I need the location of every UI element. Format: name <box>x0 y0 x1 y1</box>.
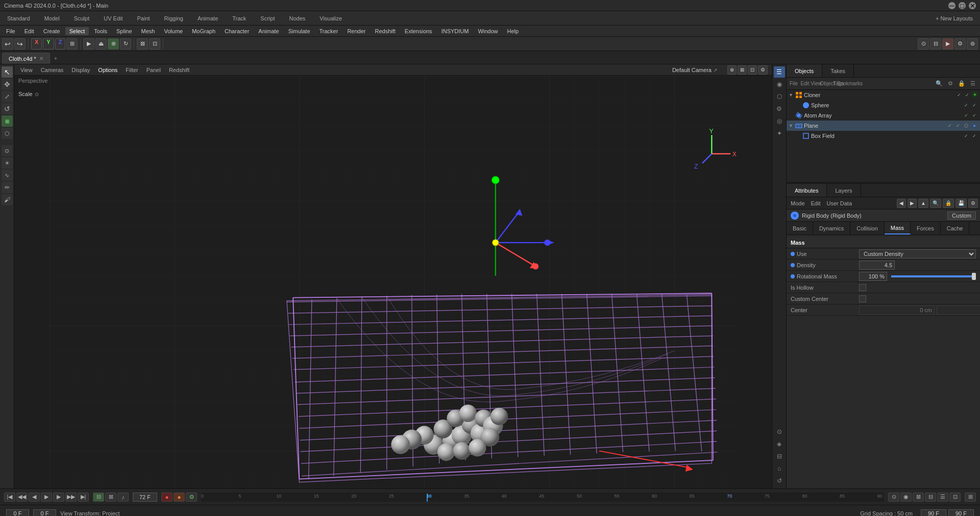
center-y-input[interactable] <box>937 306 980 315</box>
vp-icon2[interactable]: ⊠ <box>738 65 747 75</box>
sphere-eye-icon[interactable]: ✓ <box>963 102 970 109</box>
obj-tool-file[interactable]: File <box>789 79 799 88</box>
preset-animate[interactable]: Animate <box>194 14 221 22</box>
last-frame-btn[interactable]: ▶| <box>78 492 89 502</box>
vp-btn-view[interactable]: View <box>18 67 35 73</box>
vp-btn-filter[interactable]: Filter <box>124 67 140 73</box>
grid-btn[interactable]: ⊡ <box>149 38 160 50</box>
preset-model[interactable]: Model <box>41 14 63 22</box>
plane-tag-icon[interactable]: ⬡ <box>963 122 970 129</box>
tool-scale[interactable]: ⤢ <box>2 91 13 102</box>
cloner-expand[interactable]: ▼ <box>789 92 794 98</box>
preset-standard[interactable]: Standard <box>4 14 33 22</box>
custom-center-checkbox[interactable] <box>859 295 866 302</box>
preset-sculpt[interactable]: Sculpt <box>71 14 93 22</box>
tab-close-icon[interactable]: ✕ <box>39 56 43 61</box>
plane-rb-icon[interactable]: ● <box>971 122 978 129</box>
center-x-input[interactable] <box>859 306 935 315</box>
icon-objects[interactable]: ☰ <box>774 66 785 78</box>
subtab-collision[interactable]: Collision <box>850 222 885 234</box>
vp-btn-panel[interactable]: Panel <box>144 67 163 73</box>
preset-paint[interactable]: Paint <box>134 14 153 22</box>
subtab-cache[interactable]: Cache <box>941 222 970 234</box>
subtab-dynamics[interactable]: Dynamics <box>813 222 850 234</box>
cloner-check-icon[interactable]: ✓ <box>964 91 971 99</box>
tool-move[interactable]: ✥ <box>2 79 13 90</box>
tool-camera[interactable]: ⊙ <box>2 145 13 156</box>
vp-icon3[interactable]: ⚙ <box>758 65 768 75</box>
preset-rigging[interactable]: Rigging <box>161 14 186 22</box>
tl-icon6[interactable]: ⊡ <box>949 492 961 502</box>
total-frames-input[interactable] <box>948 509 974 517</box>
menu-mesh[interactable]: Mesh <box>137 27 159 35</box>
obj-tool-bookmarks[interactable]: Bookmarks <box>845 79 855 88</box>
obj-layer-icon[interactable]: ☰ <box>968 79 978 88</box>
prev-key-btn[interactable]: ◀◀ <box>16 492 28 502</box>
render-view-btn[interactable]: ⊙ <box>918 38 929 50</box>
timeline-mode1[interactable]: ⊟ <box>93 492 104 502</box>
record-green-btn[interactable]: ⊙ <box>186 492 197 502</box>
menu-volume[interactable]: Volume <box>160 27 187 35</box>
timeline-track[interactable]: 0 5 10 15 20 25 30 35 40 45 50 55 60 65 … <box>201 492 884 502</box>
obj-tool-edit[interactable]: Edit <box>800 79 810 88</box>
vp-btn-redshift[interactable]: Redshift <box>167 67 191 73</box>
minimize-button[interactable]: ─ <box>948 2 955 9</box>
is-hollow-checkbox[interactable] <box>859 284 866 291</box>
obj-item-cloner[interactable]: ▼ Cloner ✓ ✓ ● <box>787 90 980 100</box>
tool-transform[interactable]: ⊞ <box>2 115 13 127</box>
vp-btn-cameras[interactable]: Cameras <box>39 67 66 73</box>
play-btn[interactable]: ▶ <box>41 492 52 502</box>
cloner-eye-icon[interactable]: ✓ <box>955 91 963 99</box>
tool-select[interactable]: ↖ <box>2 66 13 78</box>
icon-materials[interactable]: ◉ <box>774 79 785 90</box>
menu-tracker[interactable]: Tracker <box>315 27 342 35</box>
prev-frame-btn[interactable]: ◀ <box>29 492 40 502</box>
rotmass-slider[interactable] <box>891 275 974 277</box>
rotate-btn[interactable]: ↻ <box>120 38 131 50</box>
play-anim-btn[interactable]: ▶ <box>83 38 94 50</box>
density-dot[interactable] <box>791 263 795 267</box>
rotmass-input[interactable] <box>859 272 887 281</box>
menu-animate[interactable]: Animate <box>254 27 283 35</box>
tool-paint[interactable]: ✏ <box>2 182 13 193</box>
first-frame-btn[interactable]: |◀ <box>4 492 15 502</box>
record-btn[interactable]: ⏏ <box>95 38 107 50</box>
current-frame-input[interactable] <box>33 509 56 517</box>
attr-forward-btn[interactable]: ▶ <box>908 199 917 208</box>
tool-poly-select[interactable]: ⬡ <box>2 128 13 139</box>
icon-fx[interactable]: ✦ <box>774 128 785 139</box>
icon-bottom5[interactable]: ↺ <box>774 475 785 486</box>
icon-scene[interactable]: ⬡ <box>774 91 785 102</box>
tool-spline[interactable]: ∿ <box>2 170 13 181</box>
menu-character[interactable]: Character <box>220 27 253 35</box>
subtab-forces[interactable]: Forces <box>911 222 941 234</box>
menu-edit[interactable]: Edit <box>20 27 38 35</box>
menu-window[interactable]: Window <box>474 27 502 35</box>
new-tab-button[interactable]: + <box>50 53 61 64</box>
tool-rotate[interactable]: ↺ <box>2 103 13 114</box>
record-red-btn[interactable]: ● <box>161 492 173 502</box>
attr-save-icon[interactable]: 💾 <box>955 199 967 208</box>
attr-tab-layers[interactable]: Layers <box>827 184 861 197</box>
preset-new-layouts[interactable]: + New Layouts <box>933 14 976 22</box>
render-settings-btn[interactable]: ⚙ <box>954 38 966 50</box>
obj-item-sphere[interactable]: ▶ Sphere ✓ ✓ <box>787 100 980 110</box>
attr-search-icon[interactable]: 🔍 <box>930 199 941 208</box>
plane-expand[interactable]: ▼ <box>789 123 794 128</box>
boxfield-expand[interactable]: ▶ <box>796 133 801 138</box>
vp-btn-options[interactable]: Options <box>96 67 119 73</box>
end-frame-input[interactable] <box>921 509 946 517</box>
preset-track[interactable]: Track <box>229 14 249 22</box>
menu-help[interactable]: Help <box>503 27 523 35</box>
sphere-expand[interactable]: ▶ <box>796 103 801 108</box>
tl-icon4[interactable]: ⊟ <box>925 492 936 502</box>
tab-takes[interactable]: Takes <box>822 64 854 77</box>
obj-tool-object[interactable]: Object <box>822 79 832 88</box>
snap-btn[interactable]: ⊠ <box>137 38 148 50</box>
timeline-expand-btn[interactable]: ⊞ <box>965 492 976 502</box>
preset-nodes[interactable]: Nodes <box>286 14 308 22</box>
anim-settings-btn[interactable]: ⊚ <box>967 38 978 50</box>
icon-bottom1[interactable]: ⊙ <box>774 426 785 437</box>
menu-redshift[interactable]: Redshift <box>371 27 399 35</box>
boxfield-eye-icon[interactable]: ✓ <box>963 132 970 139</box>
